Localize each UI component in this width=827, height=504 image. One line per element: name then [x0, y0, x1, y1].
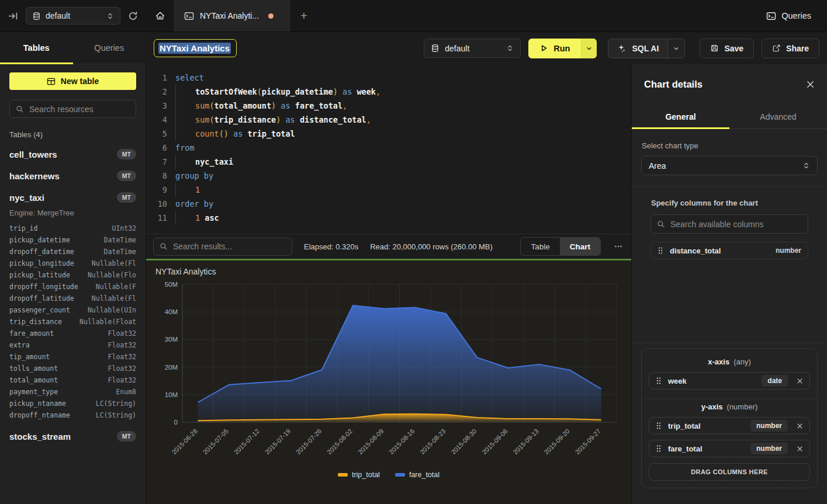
- table-item[interactable]: hackernewsMT: [9, 169, 136, 182]
- query-title-input[interactable]: NYTaxi Analytics: [154, 39, 237, 57]
- refresh-icon[interactable]: [128, 11, 138, 21]
- table-item[interactable]: stocks_streamMT: [9, 430, 136, 443]
- queries-button[interactable]: Queries: [766, 0, 827, 32]
- more-options-icon[interactable]: [613, 242, 624, 251]
- table-item[interactable]: nyc_taxiMT: [9, 191, 136, 204]
- save-button[interactable]: Save: [700, 39, 754, 58]
- column-item[interactable]: tolls_amountFloat32: [9, 363, 136, 374]
- column-item[interactable]: dropoff_longitudeNullable(F: [9, 281, 136, 293]
- sidebar-tab-tables[interactable]: Tables: [0, 32, 73, 64]
- chevron-down-icon: [586, 45, 593, 52]
- collapse-sidebar-icon[interactable]: [8, 11, 18, 21]
- available-column-distance-total[interactable]: distance_total number: [650, 242, 808, 259]
- home-tab-button[interactable]: [146, 0, 174, 32]
- column-item[interactable]: pickup_longitudeNullable(Fl: [9, 258, 136, 269]
- y-axis-column-fare-total[interactable]: fare_total number: [649, 440, 810, 457]
- table-columns-list: trip_idUInt32pickup_datetimeDateTimedrop…: [9, 223, 136, 421]
- editor-line[interactable]: 5 count() as trip_total: [146, 127, 631, 141]
- sidebar-tab-queries[interactable]: Queries: [73, 32, 146, 64]
- column-item[interactable]: dropoff_latitudeNullable(Fl: [9, 293, 136, 304]
- sidebar-search-input[interactable]: [29, 105, 130, 114]
- editor-line[interactable]: 10order by: [146, 197, 631, 211]
- panel-title: Chart details: [644, 79, 703, 90]
- drop-zone[interactable]: DRAG COLUMNS HERE: [649, 463, 810, 481]
- column-item[interactable]: total_amountFloat32: [9, 374, 136, 386]
- sidebar-search[interactable]: [9, 100, 136, 118]
- drag-handle-icon[interactable]: [656, 422, 662, 430]
- panel-tab-general[interactable]: General: [632, 105, 729, 128]
- column-type: Nullable(UIn: [88, 306, 136, 314]
- column-name: dropoff_longitude: [9, 283, 78, 291]
- sql-ai-button[interactable]: SQL AI: [608, 39, 667, 58]
- columns-search-input[interactable]: [670, 220, 802, 229]
- share-button[interactable]: Share: [762, 39, 819, 58]
- advanced-tab-label: Advanced: [760, 112, 796, 121]
- tables-list: cell_towersMThackernewsMTnyc_taxiMTEngin…: [9, 148, 136, 443]
- editor-line[interactable]: 3 sum(total_amount) as fare_total,: [146, 99, 631, 113]
- column-item[interactable]: passenger_countNullable(UIn: [9, 304, 136, 316]
- editor-line[interactable]: 11 1 asc: [146, 211, 631, 225]
- query-title-selected-text: NYTaxi Analytics: [158, 43, 231, 54]
- svg-text:2015-09-20: 2015-09-20: [543, 427, 571, 456]
- topbar-database-select[interactable]: default: [26, 7, 120, 25]
- table-item[interactable]: cell_towersMT: [9, 148, 136, 161]
- column-name: trip_id: [9, 224, 37, 232]
- close-icon[interactable]: [806, 80, 815, 89]
- new-tab-button[interactable]: +: [290, 0, 318, 32]
- editor-line[interactable]: 6from: [146, 141, 631, 155]
- columns-search[interactable]: [650, 214, 808, 234]
- queries-tab-label: Queries: [94, 43, 124, 53]
- legend-item-trip_total[interactable]: trip_total: [338, 471, 380, 479]
- column-item[interactable]: trip_distanceNullable(Float: [9, 316, 136, 328]
- chart-details-panel: Chart details General Advanced Select ch…: [631, 64, 827, 504]
- column-item[interactable]: pickup_datetimeDateTime: [9, 234, 136, 246]
- column-name: pickup_datetime: [9, 236, 70, 244]
- column-item[interactable]: extraFloat32: [9, 339, 136, 351]
- chart-view-button[interactable]: Chart: [560, 238, 600, 255]
- editor-line[interactable]: 7 nyc_taxi: [146, 155, 631, 169]
- column-item[interactable]: dropoff_datetimeDateTime: [9, 246, 136, 258]
- column-item[interactable]: dropoff_ntanameLC(String): [9, 409, 136, 421]
- editor-line[interactable]: 1select: [146, 71, 631, 85]
- column-item[interactable]: tip_amountFloat32: [9, 351, 136, 363]
- run-button[interactable]: Run: [528, 39, 581, 58]
- results-search[interactable]: [153, 238, 292, 256]
- table-view-button[interactable]: Table: [521, 238, 559, 255]
- column-item[interactable]: pickup_latitudeNullable(Flo: [9, 269, 136, 281]
- x-axis-column-week[interactable]: week date: [649, 372, 810, 390]
- line-number: 9: [146, 183, 167, 197]
- line-number: 10: [146, 197, 167, 211]
- sql-ai-options-button[interactable]: [667, 39, 684, 58]
- remove-column-icon[interactable]: [797, 423, 803, 429]
- legend-item-fare_total[interactable]: fare_total: [395, 471, 440, 479]
- editor-line-code: count() as trip_total: [175, 127, 295, 141]
- toolbar-database-select[interactable]: default: [424, 39, 521, 58]
- drag-handle-icon[interactable]: [658, 246, 663, 255]
- remove-column-icon[interactable]: [797, 378, 803, 384]
- column-item[interactable]: fare_amountFloat32: [9, 328, 136, 339]
- sql-ai-label: SQL AI: [632, 44, 659, 53]
- database-icon: [431, 44, 440, 53]
- drag-handle-icon[interactable]: [656, 444, 662, 453]
- column-type-badge: date: [762, 375, 788, 387]
- editor-line[interactable]: 9 1: [146, 183, 631, 197]
- tab-nytaxi-analytics[interactable]: NYTaxi Analyti...: [174, 0, 290, 32]
- y-axis-column-trip-total[interactable]: trip_total number: [649, 417, 810, 435]
- editor-line[interactable]: 2 toStartOfWeek(pickup_datetime) as week…: [146, 85, 631, 99]
- run-options-button[interactable]: [581, 39, 597, 58]
- new-table-button[interactable]: New table: [9, 72, 136, 90]
- remove-column-icon[interactable]: [797, 446, 803, 452]
- drag-handle-icon[interactable]: [656, 377, 662, 385]
- column-item[interactable]: payment_typeEnum8: [9, 386, 136, 398]
- line-number: 6: [146, 141, 167, 155]
- sql-editor[interactable]: 1select2 toStartOfWeek(pickup_datetime) …: [146, 64, 631, 234]
- editor-line[interactable]: 4 sum(trip_distance) as distance_total,: [146, 113, 631, 127]
- chart-type-select[interactable]: Area: [641, 156, 818, 175]
- results-search-input[interactable]: [173, 242, 286, 251]
- editor-line[interactable]: 8group by: [146, 169, 631, 183]
- line-number: 2: [146, 85, 167, 99]
- column-name: distance_total: [670, 246, 721, 255]
- panel-tab-advanced[interactable]: Advanced: [729, 105, 827, 128]
- column-item[interactable]: pickup_ntanameLC(String): [9, 398, 136, 409]
- column-item[interactable]: trip_idUInt32: [9, 223, 136, 234]
